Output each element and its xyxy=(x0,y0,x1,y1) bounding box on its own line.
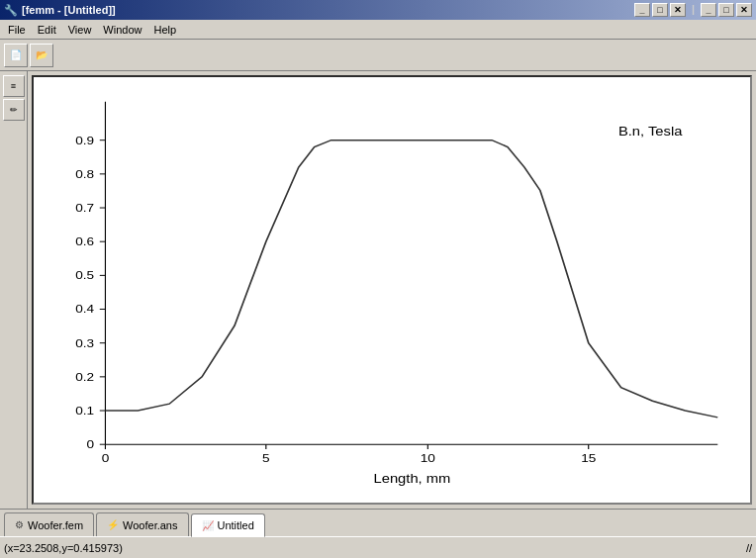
chart-container: 0 0.1 0.2 0.3 0.4 0.5 0.6 0.7 0.8 xyxy=(32,75,752,505)
chart-svg: 0 0.1 0.2 0.3 0.4 0.5 0.6 0.7 0.8 xyxy=(44,87,740,493)
svg-text:0.9: 0.9 xyxy=(75,134,94,146)
svg-text:0.1: 0.1 xyxy=(75,405,94,418)
svg-text:Length, mm: Length, mm xyxy=(374,472,451,486)
sidebar-btn-1[interactable]: ≡ xyxy=(3,75,25,97)
chart-line xyxy=(105,140,717,418)
svg-text:0.8: 0.8 xyxy=(75,168,94,181)
tab-woofer-fem-icon: ⚙ xyxy=(15,519,24,530)
svg-text:0: 0 xyxy=(102,452,110,465)
menu-file[interactable]: File xyxy=(2,22,32,38)
svg-text:10: 10 xyxy=(421,452,435,465)
tab-untitled-label: Untitled xyxy=(218,519,254,531)
svg-text:B.n, Tesla: B.n, Tesla xyxy=(618,125,683,139)
menu-edit[interactable]: Edit xyxy=(32,22,62,38)
tab-woofer-fem-label: Woofer.fem xyxy=(28,519,83,531)
svg-text:0.7: 0.7 xyxy=(75,202,94,215)
menu-bar: File Edit View Window Help xyxy=(0,20,756,40)
open-button[interactable]: 📂 xyxy=(30,44,53,67)
tab-woofer-ans[interactable]: ⚡ Woofer.ans xyxy=(96,512,188,536)
inner-close-button[interactable]: ✕ xyxy=(736,3,752,17)
app-icon: 🔧 xyxy=(4,4,18,17)
svg-text:15: 15 xyxy=(581,452,596,465)
inner-minimize-button[interactable]: _ xyxy=(701,3,716,17)
svg-text:0.5: 0.5 xyxy=(75,269,94,282)
tab-woofer-ans-label: Woofer.ans xyxy=(123,519,177,531)
menu-window[interactable]: Window xyxy=(97,22,147,38)
title-bar-controls: _ □ ✕ | _ □ ✕ xyxy=(634,3,752,17)
tab-woofer-fem[interactable]: ⚙ Woofer.fem xyxy=(4,512,94,536)
toolbar: 📄 📂 xyxy=(0,40,756,71)
main-area: ≡ ✏ 0 0.1 0.2 0.3 0.4 xyxy=(0,71,756,509)
title-text: [femm - [Untitled]] xyxy=(22,4,116,16)
tab-bar: ⚙ Woofer.fem ⚡ Woofer.ans 📈 Untitled xyxy=(0,509,756,536)
svg-text:0: 0 xyxy=(87,438,95,451)
minimize-button[interactable]: _ xyxy=(634,3,650,17)
inner-maximize-button[interactable]: □ xyxy=(718,3,734,17)
svg-text:5: 5 xyxy=(262,452,270,465)
status-coords: (x=23.2508,y=0.415973) xyxy=(4,542,123,554)
svg-text:0.2: 0.2 xyxy=(75,371,94,384)
svg-text:0.6: 0.6 xyxy=(75,235,94,248)
left-sidebar: ≡ ✏ xyxy=(0,71,28,509)
close-button[interactable]: ✕ xyxy=(670,3,686,17)
svg-text:0.3: 0.3 xyxy=(75,336,94,349)
menu-help[interactable]: Help xyxy=(147,22,182,38)
maximize-button[interactable]: □ xyxy=(652,3,668,17)
sidebar-btn-2[interactable]: ✏ xyxy=(3,99,25,121)
tab-untitled[interactable]: 📈 Untitled xyxy=(191,513,265,537)
tab-woofer-ans-icon: ⚡ xyxy=(107,519,119,530)
tab-untitled-icon: 📈 xyxy=(202,520,214,531)
svg-text:0.4: 0.4 xyxy=(75,303,94,316)
status-bar: (x=23.2508,y=0.415973) // xyxy=(0,536,756,558)
menu-view[interactable]: View xyxy=(62,22,98,38)
resize-handle[interactable]: // xyxy=(746,542,752,554)
new-button[interactable]: 📄 xyxy=(4,44,28,67)
title-bar-title: 🔧 [femm - [Untitled]] xyxy=(4,4,116,17)
title-bar: 🔧 [femm - [Untitled]] _ □ ✕ | _ □ ✕ xyxy=(0,0,756,20)
